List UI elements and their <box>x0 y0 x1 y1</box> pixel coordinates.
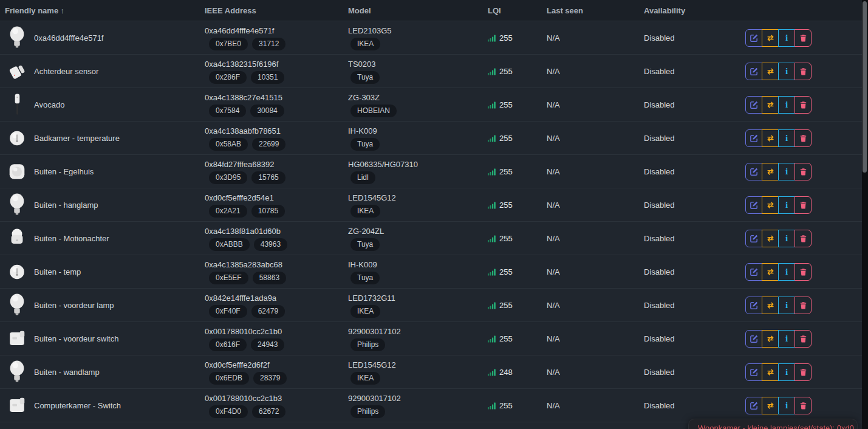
info-button[interactable]: i <box>778 96 795 114</box>
ieee-address: 0xa4c138f81a01d60b <box>205 226 292 236</box>
device-name-link[interactable]: Buiten - voordeur switch <box>34 334 118 343</box>
reconfigure-button[interactable] <box>762 330 779 348</box>
last-seen-value: N/A <box>547 100 560 109</box>
edit-button[interactable] <box>745 330 762 348</box>
reconfigure-button[interactable] <box>762 129 779 147</box>
column-header-friendly-name[interactable]: Friendly name↑ <box>0 6 205 15</box>
lqi-value: 255 <box>499 33 513 43</box>
network-address-hex-badge: 0x7BE0 <box>209 38 248 50</box>
reconfigure-button[interactable] <box>762 297 779 314</box>
edit-button[interactable] <box>745 63 762 80</box>
device-name-link[interactable]: Buiten - hanglamp <box>34 201 98 210</box>
delete-button[interactable] <box>795 129 812 147</box>
column-header-availability[interactable]: Availability <box>644 6 745 15</box>
table-row: Buiten - voordeur lamp 0x842e14fffe1ada9… <box>0 288 868 321</box>
edit-button[interactable] <box>745 297 762 314</box>
device-name-link[interactable]: Buiten - voordeur lamp <box>34 301 114 310</box>
model-id: LED1732G11 <box>348 293 395 303</box>
device-name-link[interactable]: Avocado <box>34 100 64 109</box>
delete-button[interactable] <box>795 363 812 381</box>
signal-strength-icon <box>488 335 496 343</box>
scrollbar-thumb[interactable] <box>863 1 867 173</box>
info-button[interactable]: i <box>778 263 795 281</box>
edit-button[interactable] <box>745 263 762 281</box>
edit-button[interactable] <box>745 163 762 180</box>
device-name-link[interactable]: Computerkamer - Switch <box>34 401 121 410</box>
last-seen-value: N/A <box>547 401 560 410</box>
info-button[interactable]: i <box>778 397 795 414</box>
edit-button[interactable] <box>745 29 762 47</box>
reconfigure-button[interactable] <box>762 263 779 281</box>
repeat-icon <box>766 100 775 109</box>
device-actions: i <box>745 163 812 180</box>
reconfigure-button[interactable] <box>762 196 779 214</box>
device-name-link[interactable]: Buiten - temp <box>34 267 81 276</box>
column-header-lqi[interactable]: LQI <box>488 6 547 15</box>
column-header-last-seen[interactable]: Last seen <box>547 6 644 15</box>
column-label: Model <box>348 6 371 15</box>
lqi-value: 255 <box>499 401 513 410</box>
info-button[interactable]: i <box>778 163 795 180</box>
info-button[interactable]: i <box>778 63 795 80</box>
vendor-badge: IKEA <box>350 205 380 218</box>
delete-button[interactable] <box>795 96 812 114</box>
reconfigure-button[interactable] <box>762 63 779 80</box>
signal-strength-icon <box>488 34 496 42</box>
column-header-ieee-address[interactable]: IEEE Address <box>205 6 348 15</box>
delete-button[interactable] <box>795 230 812 247</box>
repeat-icon <box>766 167 775 176</box>
delete-button[interactable] <box>795 63 812 80</box>
toast-notification[interactable]: Woonkamer - kleine lampjes(set/state): 0… <box>688 419 858 429</box>
delete-button[interactable] <box>795 330 812 348</box>
delete-button[interactable] <box>795 196 812 214</box>
trash-icon <box>799 167 808 176</box>
reconfigure-button[interactable] <box>762 96 779 114</box>
info-button[interactable]: i <box>778 363 795 381</box>
trash-icon <box>799 100 808 109</box>
device-name-link[interactable]: Achterdeur sensor <box>34 67 98 76</box>
info-button[interactable]: i <box>778 297 795 314</box>
reconfigure-button[interactable] <box>762 230 779 247</box>
edit-button[interactable] <box>745 230 762 247</box>
round-sensor-icon <box>5 258 29 285</box>
delete-button[interactable] <box>795 397 812 414</box>
scrollbar-track[interactable] <box>862 0 868 429</box>
network-address-hex-badge: 0x7584 <box>209 105 246 117</box>
info-button[interactable]: i <box>778 129 795 147</box>
device-name-link[interactable]: Buiten - wandlamp <box>34 368 100 377</box>
network-address-dec-badge: 22699 <box>252 138 285 151</box>
device-actions: i <box>745 230 812 247</box>
reconfigure-button[interactable] <box>762 397 779 414</box>
device-name-link[interactable]: Badkamer - temperature <box>34 134 120 143</box>
network-address-dec-badge: 10785 <box>251 205 285 218</box>
reconfigure-button[interactable] <box>762 29 779 47</box>
edit-button[interactable] <box>745 397 762 414</box>
info-button[interactable]: i <box>778 196 795 214</box>
trash-icon <box>799 201 808 210</box>
pen-square-icon <box>750 33 759 43</box>
delete-button[interactable] <box>795 163 812 180</box>
pen-square-icon <box>750 401 759 410</box>
ieee-address: 0x84fd27fffea68392 <box>205 159 290 170</box>
info-button[interactable]: i <box>778 230 795 247</box>
edit-button[interactable] <box>745 96 762 114</box>
edit-button[interactable] <box>745 196 762 214</box>
model-id: HG06335/HG07310 <box>348 159 418 170</box>
delete-button[interactable] <box>795 29 812 47</box>
edit-button[interactable] <box>745 363 762 381</box>
reconfigure-button[interactable] <box>762 363 779 381</box>
device-name-link[interactable]: Buiten - Motionachter <box>34 234 109 243</box>
delete-button[interactable] <box>795 263 812 281</box>
info-icon: i <box>785 301 788 310</box>
trash-icon <box>799 267 808 276</box>
trash-icon <box>799 334 808 343</box>
reconfigure-button[interactable] <box>762 163 779 180</box>
delete-button[interactable] <box>795 297 812 314</box>
last-seen-value: N/A <box>547 134 560 143</box>
edit-button[interactable] <box>745 129 762 147</box>
device-name-link[interactable]: Buiten - Egelhuis <box>34 167 94 176</box>
info-button[interactable]: i <box>778 330 795 348</box>
column-header-model[interactable]: Model <box>348 6 488 15</box>
info-button[interactable]: i <box>778 29 795 47</box>
device-name-link[interactable]: 0xa46dd4fffe4e571f <box>34 33 103 43</box>
